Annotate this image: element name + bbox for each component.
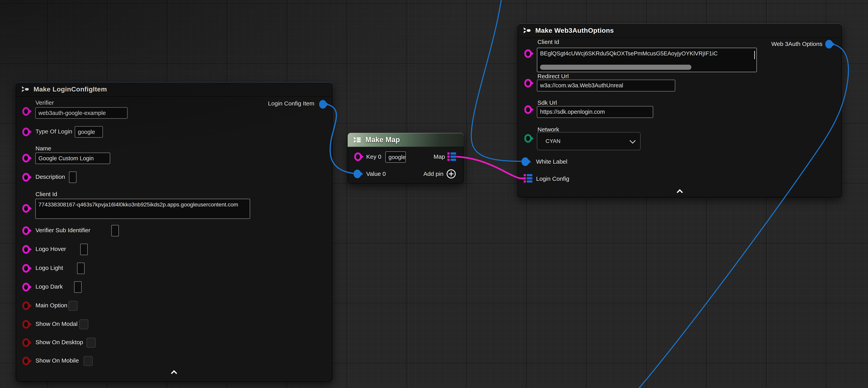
- show-on-modal-checkbox[interactable]: [79, 319, 88, 329]
- pin-login-config[interactable]: [524, 174, 532, 183]
- pin-network[interactable]: [524, 134, 532, 143]
- network-dropdown[interactable]: CYAN: [537, 132, 641, 150]
- pin-label-logo-hover: Logo Hover: [35, 246, 66, 252]
- pin-verifier[interactable]: [22, 107, 30, 116]
- pin-logo-dark[interactable]: [22, 283, 30, 291]
- make-struct-icon: [21, 85, 30, 93]
- pin-label-type-of-login: Type Of Login: [35, 128, 72, 135]
- client-id-value-field[interactable]: 774338308167-q463s7kpvja16l4l0kko3nb925i…: [35, 199, 250, 219]
- pin-key-0[interactable]: [354, 152, 362, 161]
- logo-dark-value-field[interactable]: [74, 281, 82, 293]
- pin-main-option[interactable]: [22, 301, 30, 310]
- chevron-down-icon: [629, 138, 636, 144]
- pin-show-on-mobile[interactable]: [22, 357, 30, 365]
- pin-label-logo-light: Logo Light: [35, 265, 63, 271]
- add-pin-plus-icon[interactable]: [446, 169, 456, 178]
- node-title: Make Map: [365, 136, 400, 144]
- name-value-field[interactable]: Google Custom Login: [35, 153, 110, 164]
- node-title: Make LoginConfigItem: [33, 85, 107, 93]
- show-on-desktop-checkbox[interactable]: [87, 338, 96, 348]
- make-struct-icon: [523, 26, 531, 35]
- show-on-mobile-checkbox[interactable]: [84, 356, 93, 366]
- pin-label-redirect-url: Redirect Url: [537, 73, 569, 80]
- pin-logo-light[interactable]: [22, 264, 30, 273]
- horizontal-scrollbar-thumb[interactable]: [540, 65, 691, 70]
- node-make-login-config-item[interactable]: Make LoginConfigItem Verifier web3auth-g…: [16, 82, 333, 382]
- pin-redirect-url[interactable]: [524, 79, 532, 88]
- node-header-make-web3auth-options[interactable]: Make Web3AuthOptions: [518, 23, 842, 38]
- add-pin-label[interactable]: Add pin: [423, 171, 443, 177]
- node-title: Make Web3AuthOptions: [535, 27, 614, 34]
- node-header-make-map[interactable]: Make Map: [348, 133, 464, 147]
- pin-label-login-config: Login Config: [536, 176, 569, 182]
- pin-label-main-option: Main Option: [35, 302, 67, 309]
- pin-sdk-url[interactable]: [524, 105, 532, 114]
- pin-label-show-on-modal: Show On Modal: [35, 321, 78, 327]
- pin-name[interactable]: [22, 154, 30, 162]
- pin-show-on-modal[interactable]: [22, 320, 30, 329]
- pin-label-value-0: Value 0: [366, 171, 386, 177]
- pin-type-of-login[interactable]: [22, 127, 30, 136]
- pin-web3auth-options-output[interactable]: [825, 40, 833, 49]
- make-map-icon: [353, 136, 362, 144]
- verifier-value-field[interactable]: web3auth-google-example: [35, 107, 127, 119]
- pin-description[interactable]: [22, 173, 30, 182]
- pin-verifier-sub-identifier[interactable]: [22, 226, 30, 235]
- node-make-web3auth-options[interactable]: Make Web3AuthOptions Web 3Auth Options C…: [518, 23, 842, 197]
- client-id-value-field[interactable]: BEglQSgt4cUWcj6SKRdu5QkOXTsePmMcusG5EAoy…: [537, 48, 757, 72]
- pin-label-map: Map: [434, 153, 445, 160]
- pin-label-login-config-item: Login Config Item: [268, 100, 314, 107]
- pin-label-client-id: Client Id: [35, 191, 57, 198]
- pin-label-show-on-desktop: Show On Desktop: [35, 339, 83, 346]
- pin-label-verifier-sub-identifier: Verifier Sub Identifier: [35, 227, 90, 234]
- logo-hover-value-field[interactable]: [80, 244, 88, 255]
- pin-label-client-id: Client Id: [537, 39, 559, 46]
- pin-label-logo-dark: Logo Dark: [35, 283, 63, 290]
- pin-map-output[interactable]: [447, 152, 456, 161]
- main-option-checkbox[interactable]: [68, 301, 78, 311]
- type-of-login-value-field[interactable]: google: [75, 126, 103, 138]
- pin-label-white-label: White Label: [536, 158, 567, 165]
- redirect-url-value-field[interactable]: w3a://com.w3a.Web3AuthUnreal: [537, 80, 675, 91]
- pin-label-verifier: Verifier: [35, 99, 54, 106]
- node-header-make-login-config-item[interactable]: Make LoginConfigItem: [16, 82, 333, 97]
- pin-label-show-on-mobile: Show On Mobile: [35, 357, 79, 364]
- pin-client-id[interactable]: [524, 49, 532, 58]
- pin-label-network: Network: [537, 126, 559, 133]
- verifier-sub-identifier-value-field[interactable]: [111, 225, 119, 236]
- pin-label-web3auth-options: Web 3Auth Options: [771, 40, 823, 47]
- pin-label-description: Description: [35, 174, 65, 180]
- collapse-node-chevron-icon[interactable]: [172, 371, 177, 376]
- node-make-map[interactable]: Make Map Key 0 google Map Value 0 Add pi…: [348, 133, 464, 184]
- pin-logo-hover[interactable]: [22, 245, 30, 254]
- sdk-url-value-field[interactable]: https://sdk.openlogin.com: [537, 106, 653, 118]
- network-dropdown-value: CYAN: [546, 138, 561, 144]
- logo-light-value-field[interactable]: [77, 263, 85, 274]
- pin-label-key-0: Key 0: [366, 153, 381, 160]
- key-0-value-field[interactable]: google: [385, 151, 406, 163]
- client-id-value-text: BEglQSgt4cUWcj6SKRdu5QkOXTsePmMcusG5EAoy…: [540, 50, 718, 57]
- wire-makemap-map-to-loginconfig[interactable]: [457, 157, 524, 178]
- text-cursor: [754, 51, 755, 59]
- pin-label-name: Name: [35, 145, 51, 152]
- wire-offscreen-top-to-whitelabel[interactable]: [471, 0, 523, 161]
- collapse-node-chevron-icon[interactable]: [677, 190, 682, 195]
- pin-show-on-desktop[interactable]: [22, 338, 30, 347]
- pin-label-sdk-url: Sdk Url: [537, 99, 557, 106]
- blueprint-graph-canvas[interactable]: Make LoginConfigItem Verifier web3auth-g…: [0, 0, 868, 388]
- description-value-field[interactable]: [69, 172, 76, 183]
- pin-client-id[interactable]: [22, 204, 30, 213]
